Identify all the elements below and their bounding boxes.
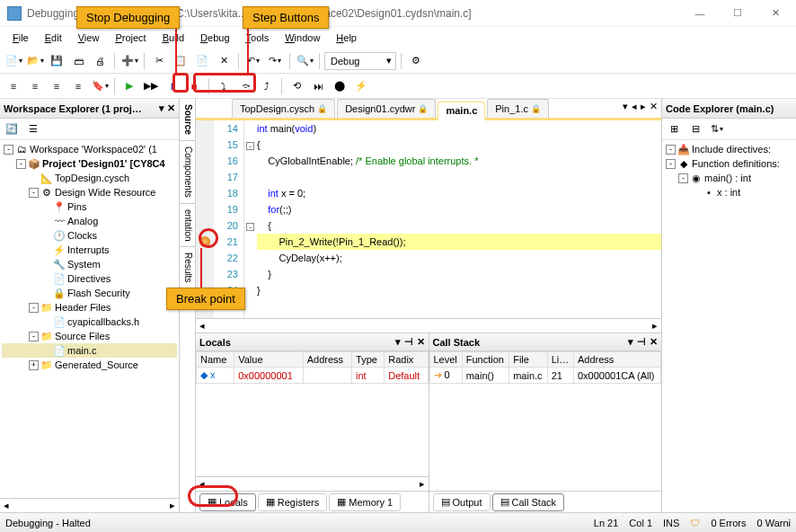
tree-item[interactable]: -◉main() : int <box>664 171 794 185</box>
refresh-icon[interactable]: 🔄 <box>2 120 22 139</box>
tree-item[interactable]: 🔧System <box>2 257 177 271</box>
locals-pin-icon[interactable]: ⊣ <box>404 336 413 348</box>
column-header[interactable]: Name <box>197 352 234 368</box>
fold-toggle-icon[interactable]: - <box>246 223 254 231</box>
tree-item[interactable]: 🕐Clocks <box>2 228 177 243</box>
tree-item[interactable]: ⚡Interrupts <box>2 243 177 257</box>
column-header[interactable]: Radix <box>385 352 428 368</box>
cut-icon[interactable]: ✂ <box>149 51 169 71</box>
ce-expand-icon[interactable]: ⊞ <box>664 120 684 139</box>
continue-icon[interactable]: ▶ <box>119 76 139 96</box>
ce-collapse-icon[interactable]: ⊟ <box>685 120 705 139</box>
add-item-icon[interactable]: ➕▾ <box>119 51 139 71</box>
bottom-tab[interactable]: ▦ Registers <box>258 493 327 511</box>
column-header[interactable]: Address <box>573 352 660 368</box>
callstack-close-icon[interactable]: ✕ <box>650 336 658 348</box>
stop-debug-icon[interactable]: ■ <box>184 76 204 96</box>
doc-tab[interactable]: TopDesign.cysch🔒 <box>232 99 335 118</box>
menu-edit[interactable]: Edit <box>38 30 69 46</box>
tree-item[interactable]: -⚙Design Wide Resource <box>2 185 177 200</box>
save-all-icon[interactable]: 🗃 <box>68 51 88 71</box>
pin-icon[interactable]: ▾ ✕ <box>159 102 175 114</box>
tree-item[interactable]: -🗂Workspace 'Workspace02' (1 <box>2 142 177 156</box>
close-button[interactable]: ✕ <box>762 4 789 22</box>
new-file-icon[interactable]: 📄▾ <box>4 51 23 71</box>
open-icon[interactable]: 📂▾ <box>25 51 45 71</box>
bookmark-icon[interactable]: 🔖▾ <box>90 76 110 96</box>
step-out-icon[interactable]: ⤴ <box>257 76 277 96</box>
tab-dropdown-icon[interactable]: ▾ <box>623 101 628 112</box>
tree-toggle-icon[interactable]: - <box>666 145 676 155</box>
column-header[interactable]: Level <box>429 352 462 368</box>
tree-item[interactable]: 〰Analog <box>2 214 177 228</box>
tree-item[interactable]: •x : int <box>664 185 794 200</box>
bottom-tab[interactable]: ▤ Output <box>433 493 491 511</box>
tree-toggle-icon[interactable]: + <box>29 360 39 370</box>
comment-icon[interactable]: ≡ <box>47 76 66 96</box>
locals-table[interactable]: NameValueAddressTypeRadix ◆ x0x00000001i… <box>196 351 429 384</box>
tree-item[interactable]: 🔒Flash Security <box>2 286 177 300</box>
ce-sort-icon[interactable]: ⇅▾ <box>707 120 727 139</box>
menu-window[interactable]: Window <box>278 30 327 46</box>
locals-close-icon[interactable]: ✕ <box>417 336 425 348</box>
bottom-tab[interactable]: ▦ Memory 1 <box>329 493 401 511</box>
doc-tab[interactable]: Pin_1.c🔒 <box>487 99 549 118</box>
tree-toggle-icon[interactable]: - <box>29 188 39 198</box>
fold-toggle-icon[interactable]: - <box>246 142 254 150</box>
tree-item[interactable]: -📁Header Files <box>2 300 177 315</box>
menu-project[interactable]: Project <box>108 30 153 46</box>
run-icon[interactable]: ▶▶ <box>141 76 161 96</box>
tree-item[interactable]: -◆Function definitions: <box>664 156 794 171</box>
column-header[interactable]: File <box>509 352 547 368</box>
tree-toggle-icon[interactable]: - <box>16 159 26 169</box>
side-tab-results[interactable]: Results <box>180 247 195 288</box>
tree-item[interactable]: 📄Directives <box>2 271 177 286</box>
code-explorer-tree[interactable]: -📥Include directives:-◆Function definiti… <box>662 140 796 512</box>
uncomment-icon[interactable]: ≡ <box>68 76 88 96</box>
menu-tools[interactable]: Tools <box>239 30 277 46</box>
tree-scrollbar[interactable]: ◂▸ <box>0 498 179 512</box>
table-row[interactable]: ➔ 0main()main.c210x000001CA (All) <box>429 368 661 384</box>
callstack-pin-icon[interactable]: ⊣ <box>637 336 646 348</box>
column-header[interactable]: Function <box>462 352 509 368</box>
status-warnings[interactable]: 0 Warni <box>757 518 792 528</box>
tab-prev-icon[interactable]: ◂ <box>632 101 637 112</box>
menu-view[interactable]: View <box>71 30 107 46</box>
table-row[interactable]: ◆ x0x00000001intDefault <box>197 368 429 384</box>
minimize-button[interactable]: — <box>686 4 713 22</box>
find-icon[interactable]: 🔍▾ <box>295 51 314 71</box>
bottom-tab[interactable]: ▦ Locals <box>199 493 256 511</box>
tree-toggle-icon[interactable]: - <box>4 145 13 155</box>
locals-scrollbar[interactable]: ◂▸ <box>196 476 429 491</box>
tab-next-icon[interactable]: ▸ <box>641 101 646 112</box>
tree-item[interactable]: 📍Pins <box>2 200 177 214</box>
tree-item[interactable]: +📁Generated_Source <box>2 358 177 372</box>
status-errors[interactable]: 0 Errors <box>711 518 746 528</box>
side-tab-entation[interactable]: entation <box>180 204 195 248</box>
column-header[interactable]: Type <box>352 352 385 368</box>
tab-close-icon[interactable]: ✕ <box>650 101 658 112</box>
tree-item[interactable]: -📦Project 'Design01' [CY8C4 <box>2 156 177 171</box>
tree-toggle-icon[interactable]: - <box>666 159 676 169</box>
breakpoint-marker-icon[interactable] <box>199 236 210 247</box>
doc-tab[interactable]: main.c <box>438 102 485 120</box>
menu-help[interactable]: Help <box>329 30 364 46</box>
restart-icon[interactable]: ⟲ <box>287 76 306 96</box>
column-header[interactable]: Address <box>303 352 351 368</box>
tree-item[interactable]: 📄cyapicallbacks.h <box>2 315 177 329</box>
workspace-tree[interactable]: -🗂Workspace 'Workspace02' (1-📦Project 'D… <box>0 140 179 498</box>
paste-icon[interactable]: 📄 <box>192 51 212 71</box>
doc-tab[interactable]: Design01.cydwr🔒 <box>337 99 436 118</box>
column-header[interactable]: Li… <box>547 352 573 368</box>
config-combo[interactable]: Debug <box>324 52 396 70</box>
fold-gutter[interactable]: -- <box>244 120 257 318</box>
editor-h-scrollbar[interactable]: ◂▸ <box>196 318 661 332</box>
maximize-button[interactable]: ☐ <box>724 4 751 22</box>
tree-item[interactable]: 📐TopDesign.cysch <box>2 171 177 185</box>
delete-icon[interactable]: ✕ <box>214 51 234 71</box>
tree-item[interactable]: -📁Source Files <box>2 329 177 343</box>
menu-debug[interactable]: Debug <box>193 30 236 46</box>
tree-item[interactable]: 📄main.c <box>2 343 177 358</box>
callstack-dropdown-icon[interactable]: ▾ <box>628 336 633 348</box>
tree-toggle-icon[interactable]: - <box>678 173 688 183</box>
